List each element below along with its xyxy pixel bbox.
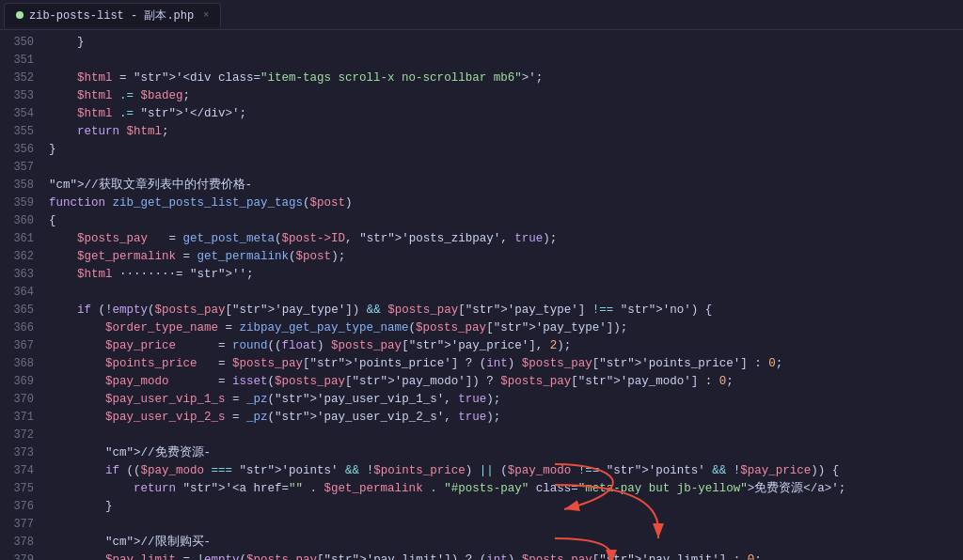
code-editor: 3503513523533543553563573583593603613623… (0, 30, 963, 560)
code-line (49, 159, 963, 177)
code-line: } (49, 34, 963, 52)
code-line: if (($pay_modo === "str">'points' && !$p… (49, 462, 963, 480)
code-line (49, 52, 963, 70)
line-number: 352 (0, 70, 34, 87)
code-line: $pay_modo = isset($posts_pay["str">'pay_… (49, 373, 963, 391)
code-line: return "str">'<a href="" . $get_permalin… (49, 480, 963, 498)
code-area[interactable]: } $html = "str">'<div class="item-tags s… (41, 30, 963, 560)
line-number: 373 (0, 444, 34, 462)
line-number: 358 (0, 177, 34, 194)
code-line: $html = "str">'<div class="item-tags scr… (49, 70, 963, 87)
line-number: 374 (0, 462, 34, 480)
code-line: $points_price = $posts_pay["str">'points… (49, 355, 963, 373)
code-line: $pay_user_vip_1_s = _pz("str">'pay_user_… (49, 391, 963, 409)
line-number: 376 (0, 498, 34, 516)
tab-modified-dot (16, 11, 24, 19)
line-number: 354 (0, 105, 34, 123)
line-number: 359 (0, 194, 34, 212)
code-line: if (!empty($posts_pay["str">'pay_type'])… (49, 302, 963, 319)
active-tab[interactable]: zib-posts-list - 副本.php × (4, 3, 221, 27)
line-numbers: 3503513523533543553563573583593603613623… (0, 30, 41, 560)
line-number: 361 (0, 230, 34, 248)
tab-label: zib-posts-list - 副本.php (29, 8, 194, 23)
line-number: 375 (0, 480, 34, 498)
code-line: } (49, 498, 963, 516)
line-number: 377 (0, 516, 34, 534)
line-number: 364 (0, 284, 34, 302)
code-line (49, 284, 963, 302)
line-number: 355 (0, 123, 34, 141)
code-line (49, 427, 963, 444)
line-number: 369 (0, 373, 34, 391)
line-number: 379 (0, 552, 34, 560)
line-number: 378 (0, 534, 34, 552)
code-line: "cm">//免费资源- (49, 444, 963, 462)
line-number: 362 (0, 248, 34, 266)
line-number: 360 (0, 212, 34, 230)
code-line: $get_permalink = get_permalink($post); (49, 248, 963, 266)
line-number: 370 (0, 391, 34, 409)
code-line: $posts_pay = get_post_meta($post->ID, "s… (49, 230, 963, 248)
code-line: $html .= $badeg; (49, 87, 963, 105)
code-line: { (49, 212, 963, 230)
code-line: $pay_user_vip_2_s = _pz("str">'pay_user_… (49, 409, 963, 427)
code-line: function zib_get_posts_list_pay_tags($po… (49, 194, 963, 212)
tab-close-button[interactable]: × (203, 10, 209, 21)
code-line (49, 516, 963, 534)
line-number: 367 (0, 337, 34, 355)
line-number: 365 (0, 302, 34, 319)
line-number: 372 (0, 427, 34, 444)
line-number: 350 (0, 34, 34, 52)
code-line: "cm">//获取文章列表中的付费价格- (49, 177, 963, 194)
code-line: $html .= "str">'</div>'; (49, 105, 963, 123)
code-line: $pay_limit = !empty($posts_pay["str">'pa… (49, 552, 963, 560)
code-line: $order_type_name = zibpay_get_pay_type_n… (49, 319, 963, 337)
tab-bar: zib-posts-list - 副本.php × (0, 0, 963, 30)
line-number: 357 (0, 159, 34, 177)
code-line: $pay_price = round((float) $posts_pay["s… (49, 337, 963, 355)
line-number: 371 (0, 409, 34, 427)
line-number: 363 (0, 266, 34, 284)
line-number: 366 (0, 319, 34, 337)
code-line: return $html; (49, 123, 963, 141)
code-line: $html ········= "str">''; (49, 266, 963, 284)
code-line: "cm">//限制购买- (49, 534, 963, 552)
line-number: 353 (0, 87, 34, 105)
line-number: 368 (0, 355, 34, 373)
line-number: 356 (0, 141, 34, 159)
line-number: 351 (0, 52, 34, 70)
code-line: } (49, 141, 963, 159)
